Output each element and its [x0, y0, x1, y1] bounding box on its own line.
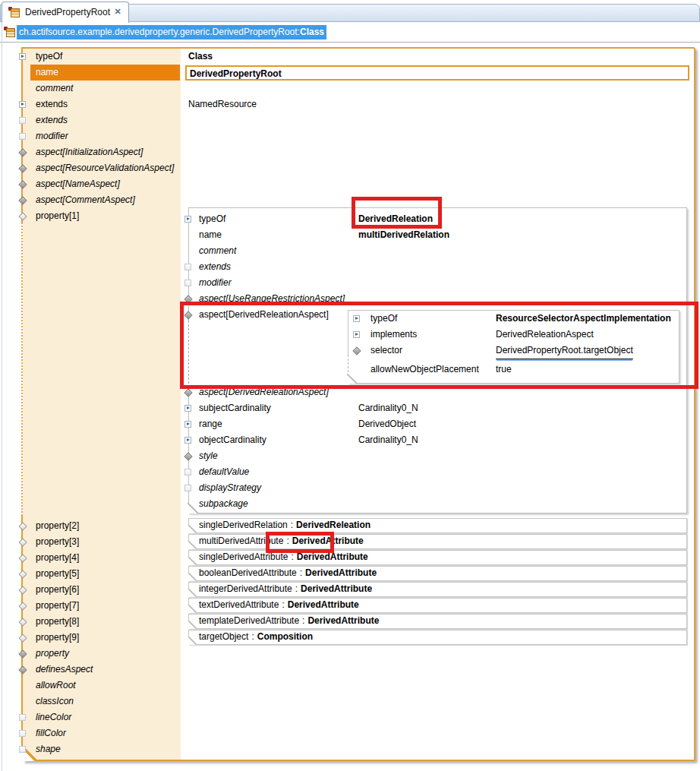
diamond-icon	[18, 196, 27, 204]
tab-derivedpropertyroot[interactable]: DerivedPropertyRoot ✕	[2, 2, 129, 23]
sidebar-item-aspect-name[interactable]: aspect[NameAspect]	[0, 176, 181, 192]
diamond-light-icon	[18, 554, 27, 562]
expand-icon[interactable]	[184, 437, 191, 444]
square-icon	[19, 746, 26, 753]
annotation-box	[266, 532, 334, 553]
name-input[interactable]: DerivedPropertyRoot	[185, 65, 689, 81]
square-icon	[19, 730, 26, 737]
sidebar-item-shape[interactable]: shape	[0, 741, 181, 757]
p1-row-range[interactable]: range DerivedObject	[0, 416, 698, 432]
sidebar-item-aspect-resourcevalidation[interactable]: aspect[ResourceValidationAspect]	[0, 160, 181, 176]
diamond-icon	[18, 665, 27, 674]
sidebar-item-property-9[interactable]: property[9]	[0, 630, 181, 646]
sidebar-item-property-4[interactable]: property[4]	[0, 550, 181, 566]
square-icon	[19, 133, 26, 140]
sidebar-item-property-5[interactable]: property[5]	[0, 566, 181, 582]
p1-row-name[interactable]: name multiDerivedRelation	[0, 227, 698, 243]
relation-row-targetobject[interactable]: targetObject:Composition	[188, 630, 687, 645]
p1-row-extends[interactable]: extends	[0, 259, 698, 275]
sidebar-item-linecolor[interactable]: lineColor	[0, 709, 181, 725]
square-icon	[184, 469, 191, 476]
sidebar-item-property-6[interactable]: property[6]	[0, 582, 181, 598]
relation-row-textderivedattribute[interactable]: textDerivedAttribute:DerivedAttribute	[188, 598, 687, 613]
square-icon	[19, 117, 26, 124]
diamond-icon	[18, 148, 27, 156]
diamond-light-icon	[18, 570, 27, 578]
p1-row-typeof[interactable]: typeOf DerivedReleation	[0, 211, 698, 227]
sidebar-item-definesaspect[interactable]: definesAspect	[0, 662, 181, 678]
relation-row-multiderivedattribute[interactable]: multiDerivedAttribute:DerivedAttribute	[188, 534, 687, 549]
expand-icon[interactable]	[184, 405, 191, 412]
expand-icon[interactable]	[184, 421, 191, 428]
sidebar-item-fillcolor[interactable]: fillColor	[0, 725, 181, 741]
relation-row-integerderivedattribute[interactable]: integerDerivedAttribute:DerivedAttribute	[188, 582, 687, 597]
sidebar-item-aspect-initialization[interactable]: aspect[InitializationAspect]	[0, 144, 181, 160]
diamond-light-icon	[18, 586, 27, 594]
p1-row-displaystrategy[interactable]: displayStrategy	[0, 480, 698, 496]
sidebar-item-modifier[interactable]: modifier	[0, 128, 181, 144]
sidebar-item-name[interactable]: name	[30, 65, 180, 81]
diamond-light-icon	[18, 538, 27, 546]
breadcrumb-path: ch.actifsource.example.derivedproperty.g…	[19, 27, 300, 37]
tab-title: DerivedPropertyRoot	[25, 2, 110, 22]
close-icon[interactable]: ✕	[112, 6, 123, 17]
diamond-icon	[18, 180, 27, 188]
diamond-icon	[184, 452, 192, 460]
annotation-box	[352, 197, 442, 229]
diamond-icon	[18, 164, 27, 172]
expand-icon[interactable]	[19, 101, 26, 108]
p1-row-style[interactable]: style	[0, 448, 698, 464]
editor-window: DerivedPropertyRoot ✕ ch.actifsource.exa…	[0, 0, 700, 771]
class-icon	[8, 6, 20, 18]
diamond-light-icon	[18, 618, 27, 626]
meta-type-label: Class	[188, 49, 213, 65]
sidebar-item-extends-derived[interactable]: extends	[0, 112, 181, 128]
p1-row-objectcardinality[interactable]: objectCardinality Cardinality0_N	[0, 432, 698, 448]
sidebar-item-property-7[interactable]: property[7]	[0, 598, 181, 614]
panel-fold	[188, 503, 198, 513]
relation-row-singlederivedattribute[interactable]: singleDerivedAttribute:DerivedAttribute	[188, 550, 687, 565]
sidebar-item-property[interactable]: property	[0, 646, 181, 662]
diamond-icon	[18, 649, 27, 658]
expand-icon[interactable]	[19, 53, 26, 60]
square-icon	[184, 280, 191, 286]
supertype-label: NamedResource	[188, 96, 257, 112]
annotation-box	[180, 302, 698, 389]
sidebar-item-extends[interactable]: extends	[0, 96, 181, 112]
sidebar-item-comment[interactable]: comment	[0, 81, 181, 96]
relation-row-templatederivedattribute[interactable]: templateDerivedAttribute:DerivedAttribut…	[188, 614, 687, 629]
diamond-light-icon	[18, 522, 27, 530]
sidebar-item-property-2[interactable]: property[2]	[0, 518, 181, 534]
square-icon	[184, 264, 191, 270]
sidebar-item-aspect-comment[interactable]: aspect[CommentAspect]	[0, 192, 181, 208]
diamond-light-icon	[18, 634, 27, 642]
p1-row-modifier[interactable]: modifier	[0, 275, 698, 291]
diamond-icon	[184, 388, 192, 397]
sidebar-item-allowroot[interactable]: allowRoot	[0, 678, 181, 694]
separator	[0, 42, 700, 43]
relation-row-booleanderivedattribute[interactable]: booleanDerivedAttribute:DerivedAttribute	[188, 566, 687, 581]
expand-icon[interactable]	[184, 216, 191, 223]
square-icon	[19, 714, 26, 721]
relation-row-singlederivedrelation[interactable]: singleDerivedRelation:DerivedReleation	[188, 518, 687, 533]
diamond-light-icon	[18, 602, 27, 610]
sidebar-item-typeof[interactable]: typeOf	[0, 49, 181, 65]
breadcrumb[interactable]: ch.actifsource.example.derivedproperty.g…	[17, 25, 326, 39]
p1-row-comment[interactable]: comment	[0, 243, 698, 259]
breadcrumb-type: Class	[300, 27, 324, 37]
class-icon	[4, 26, 16, 38]
p1-row-subjectcardinality[interactable]: subjectCardinality Cardinality0_N	[0, 400, 698, 416]
sidebar-item-classicon[interactable]: classIcon	[0, 694, 181, 709]
p1-row-defaultvalue[interactable]: defaultValue	[0, 464, 698, 480]
p1-row-subpackage[interactable]: subpackage	[0, 496, 698, 512]
sidebar-item-property-8[interactable]: property[8]	[0, 614, 181, 630]
sidebar-item-property-3[interactable]: property[3]	[0, 534, 181, 550]
square-icon	[184, 485, 191, 491]
